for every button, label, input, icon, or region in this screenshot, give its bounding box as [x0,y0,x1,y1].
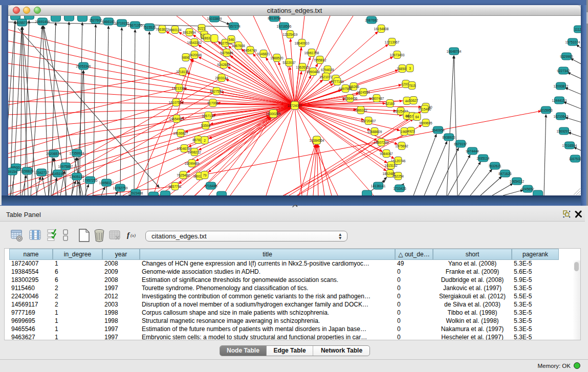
svg-text:20691406: 20691406 [35,20,50,24]
svg-text:9777169: 9777169 [331,80,344,83]
svg-text:9329966: 9329966 [560,55,573,58]
svg-text:7632621: 7632621 [488,164,502,168]
svg-text:15751074: 15751074 [565,40,580,44]
svg-text:9474444: 9474444 [466,149,479,153]
svg-text:3267130: 3267130 [202,114,215,118]
svg-text:16154808: 16154808 [374,27,389,31]
svg-text:2087682: 2087682 [365,18,378,22]
svg-text:546: 546 [229,38,234,41]
svg-text:16107554: 16107554 [169,101,184,104]
svg-text:16033809: 16033809 [207,17,222,20]
svg-text:10807487: 10807487 [369,97,384,100]
svg-text:44: 44 [405,99,409,103]
svg-text:8471626: 8471626 [498,172,512,176]
svg-text:8990448: 8990448 [307,70,320,74]
svg-text:10046758: 10046758 [177,147,192,150]
svg-text:3: 3 [409,67,411,70]
svg-text:16782759: 16782759 [113,186,128,190]
svg-text:14055713: 14055713 [15,21,30,25]
svg-text:16648784: 16648784 [447,50,462,53]
svg-text:1156829: 1156829 [21,169,34,173]
svg-text:64: 64 [415,115,419,119]
svg-text:39154: 39154 [8,170,17,173]
svg-text:2718176: 2718176 [176,70,189,74]
svg-text:17359924: 17359924 [70,151,84,155]
svg-text:9699695: 9699695 [419,121,432,125]
svg-text:6497568: 6497568 [339,87,352,91]
svg-text:1621072: 1621072 [319,75,333,79]
svg-text:1640954: 1640954 [431,128,445,132]
svg-text:16961758: 16961758 [304,51,319,55]
svg-text:53627: 53627 [409,99,418,102]
svg-text:7955812: 7955812 [313,58,326,62]
svg-text:7515526: 7515526 [143,26,156,29]
svg-text:6794028: 6794028 [321,68,334,72]
svg-text:1167533: 1167533 [569,157,581,161]
svg-text:1615152: 1615152 [384,164,398,167]
svg-text:9146821: 9146821 [257,52,270,56]
svg-text:8938923: 8938923 [442,136,455,139]
svg-text:9660124: 9660124 [168,28,182,32]
svg-text:16543362: 16543362 [187,41,202,45]
svg-text:2935114: 2935114 [477,157,490,160]
svg-text:19384554: 19384554 [310,139,324,142]
svg-text:10654112: 10654112 [510,180,525,183]
svg-text:15720407: 15720407 [361,119,376,123]
svg-text:1527602: 1527602 [89,18,102,22]
svg-text:53594: 53594 [201,124,210,127]
svg-text:9657791: 9657791 [168,185,182,188]
svg-text:9115460: 9115460 [419,107,431,111]
svg-text:3215953: 3215953 [539,108,553,112]
svg-text:6466160: 6466160 [102,20,115,24]
svg-text:18640910: 18640910 [295,41,310,45]
svg-text:9245652: 9245652 [521,187,534,191]
svg-text:16210643: 16210643 [554,115,569,118]
svg-text:3716485: 3716485 [204,184,217,188]
svg-text:79: 79 [203,173,207,177]
svg-text:1145194: 1145194 [52,172,64,176]
svg-text:1733426: 1733426 [393,187,406,190]
svg-text:4923: 4923 [407,129,415,133]
svg-text:19654985: 19654985 [169,117,184,121]
svg-text:12444153: 12444153 [552,99,567,102]
svg-text:7625402: 7625402 [177,173,190,177]
svg-text:10958127: 10958127 [99,181,114,185]
svg-text:62160: 62160 [385,102,395,105]
svg-text:18300295: 18300295 [266,112,281,116]
svg-text:5322037: 5322037 [282,61,296,64]
svg-text:7663822: 7663822 [156,28,169,31]
svg-text:12342737: 12342737 [34,171,49,174]
svg-text:5875685: 5875685 [220,51,233,55]
svg-text:20206576: 20206576 [47,152,61,156]
svg-text:252254: 252254 [393,174,404,178]
svg-text:8427552: 8427552 [210,90,223,93]
svg-text:1975692: 1975692 [395,144,408,148]
svg-text:10975867: 10975867 [58,165,73,168]
svg-text:9896: 9896 [182,56,190,59]
svg-text:9227342: 9227342 [557,69,570,73]
svg-text:10719155: 10719155 [115,21,129,25]
svg-text:1362615: 1362615 [296,65,309,69]
svg-text:21364436: 21364436 [343,97,358,100]
svg-text:3624554: 3624554 [357,91,370,94]
svg-text:8912954: 8912954 [183,31,196,34]
svg-text:8498222: 8498222 [188,150,201,154]
svg-text:5221: 5221 [198,27,206,30]
svg-text:17016504: 17016504 [562,144,577,147]
svg-text:19218506: 19218506 [277,25,292,28]
svg-text:6679197: 6679197 [454,142,467,146]
svg-text:16099489: 16099489 [185,162,200,165]
svg-text:20053346: 20053346 [76,64,91,68]
svg-text:14136141: 14136141 [371,184,386,188]
svg-text:16671355: 16671355 [128,24,143,27]
svg-text:12093872: 12093872 [554,84,569,88]
svg-text:2803144: 2803144 [215,76,228,80]
svg-text:18807249: 18807249 [374,141,389,144]
svg-text:18724007: 18724007 [288,104,302,107]
svg-text:7515: 7515 [408,84,416,87]
svg-text:1588520: 1588520 [270,56,284,60]
svg-text:15692971: 15692971 [557,129,572,133]
svg-text:817006: 817006 [207,101,219,105]
svg-text:10688609: 10688609 [367,130,382,134]
svg-text:19166827: 19166827 [173,132,188,135]
